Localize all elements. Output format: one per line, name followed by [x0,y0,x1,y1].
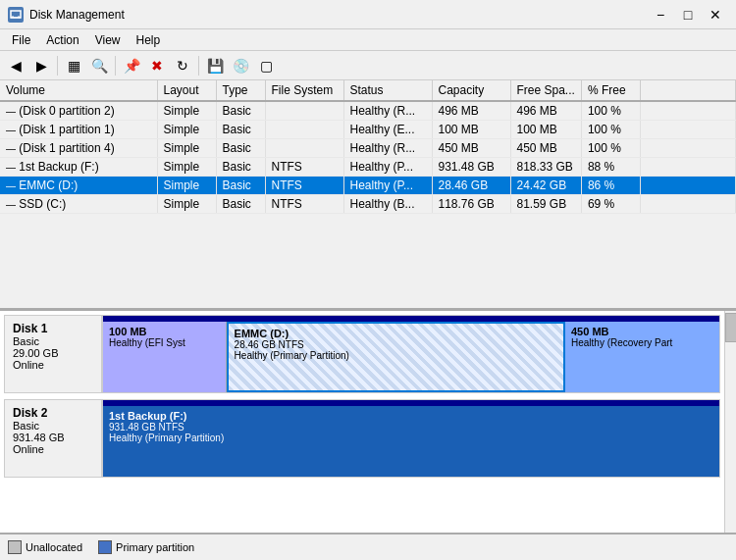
cell-fs: NTFS [265,195,343,214]
partition-info: Healthy (Primary Partition) [109,433,713,443]
cell-type: Basic [216,121,265,139]
partition-info: Healthy (Recovery Part [571,337,713,348]
cell-fs [265,121,343,139]
partition-size: 931.48 GB NTFS [109,422,713,433]
disk-row: Disk 2 Basic 931.48 GB Online 1st Backup… [4,399,720,478]
table-row[interactable]: — EMMC (D:) Simple Basic NTFS Healthy (P… [0,177,736,195]
back-button[interactable]: ◀ [4,54,27,77]
cell-pct: 100 % [581,121,640,139]
disk-partition[interactable]: EMMC (D:)28.46 GB NTFSHealthy (Primary P… [227,322,565,392]
cell-layout: Simple [157,139,216,158]
connect-button[interactable]: 📌 [120,54,143,77]
col-layout[interactable]: Layout [157,80,216,101]
partition-name: 450 MB [571,326,713,337]
table-row[interactable]: — SSD (C:) Simple Basic NTFS Healthy (B.… [0,195,736,214]
disk-type: Basic [13,335,93,347]
settings-button[interactable]: ▢ [254,54,278,77]
cell-status: Healthy (E... [343,121,432,139]
cell-layout: Simple [157,121,216,139]
partition-info: Healthy (Primary Partition) [235,350,557,361]
cell-pct: 86 % [581,177,640,195]
partition-size: 28.46 GB NTFS [235,339,557,350]
delete-button[interactable]: ✖ [145,54,169,77]
window-title: Disk Management [29,8,125,22]
cell-free: 496 MB [510,101,581,121]
cell-capacity: 100 MB [432,121,510,139]
cell-free: 100 MB [510,121,581,139]
toolbar: ◀ ▶ ▦ 🔍 📌 ✖ ↻ 💾 💿 ▢ [0,51,736,80]
col-type[interactable]: Type [216,80,265,101]
table-row[interactable]: — (Disk 0 partition 2) Simple Basic Heal… [0,101,736,121]
col-volume[interactable]: Volume [0,80,157,101]
primary-label: Primary partition [116,541,194,553]
menu-file[interactable]: File [4,31,38,49]
disk-visual-outer: Disk 1 Basic 29.00 GB Online 100 MBHealt… [0,311,736,533]
col-fs[interactable]: File System [265,80,343,101]
partition-name: EMMC (D:) [235,328,557,339]
disk-parts-row: 1st Backup (F:)931.48 GB NTFSHealthy (Pr… [103,406,719,477]
properties-button[interactable]: 🔍 [87,54,111,77]
cell-volume: — (Disk 1 partition 4) [0,139,157,158]
col-free[interactable]: Free Spa... [510,80,581,101]
cell-free: 24.42 GB [510,177,581,195]
maximize-button[interactable]: □ [675,5,701,25]
view-button[interactable]: ▦ [62,54,85,77]
disk-partition[interactable]: 100 MBHealthy (EFI Syst [103,322,227,392]
cell-status: Healthy (R... [343,139,432,158]
table-row[interactable]: — (Disk 1 partition 1) Simple Basic Heal… [0,121,736,139]
disk-name: Disk 2 [13,406,93,420]
cell-free: 81.59 GB [510,195,581,214]
menu-bar: File Action View Help [0,29,736,51]
volume-table: Volume Layout Type File System Status Ca… [0,80,736,214]
table-row[interactable]: — (Disk 1 partition 4) Simple Basic Heal… [0,139,736,158]
primary-swatch [98,540,112,554]
cell-extra [640,158,735,177]
cell-volume: — EMMC (D:) [0,177,157,195]
cell-pct: 88 % [581,158,640,177]
cell-status: Healthy (R... [343,101,432,121]
refresh-button[interactable]: ↻ [171,54,194,77]
cell-volume: — (Disk 0 partition 2) [0,101,157,121]
cell-layout: Simple [157,101,216,121]
import-button[interactable]: 💿 [229,54,252,77]
cell-extra [640,195,735,214]
main-area: Volume Layout Type File System Status Ca… [0,80,736,560]
cell-type: Basic [216,195,265,214]
vertical-scrollbar[interactable] [724,311,736,533]
disk-label: Disk 2 Basic 931.48 GB Online [4,399,102,478]
col-status[interactable]: Status [343,80,432,101]
cell-capacity: 118.76 GB [432,195,510,214]
disk-partition[interactable]: 1st Backup (F:)931.48 GB NTFSHealthy (Pr… [103,406,719,477]
disk-label: Disk 1 Basic 29.00 GB Online [4,315,102,393]
cell-status: Healthy (P... [343,158,432,177]
title-bar: Disk Management − □ ✕ [0,0,736,29]
disk-partitions: 1st Backup (F:)931.48 GB NTFSHealthy (Pr… [102,399,720,478]
minimize-button[interactable]: − [648,5,673,25]
disk-visual-section: Disk 1 Basic 29.00 GB Online 100 MBHealt… [0,311,724,533]
export-button[interactable]: 💾 [203,54,227,77]
cell-capacity: 450 MB [432,139,510,158]
cell-fs [265,139,343,158]
cell-extra [640,121,735,139]
col-pct[interactable]: % Free [581,80,640,101]
disk-type: Basic [13,420,93,432]
disk-status: Online [13,359,93,371]
close-button[interactable]: ✕ [703,5,728,25]
disk-size: 931.48 GB [13,432,93,443]
menu-view[interactable]: View [87,31,129,49]
volume-table-section: Volume Layout Type File System Status Ca… [0,80,736,311]
menu-action[interactable]: Action [38,31,86,49]
cell-type: Basic [216,139,265,158]
window-controls: − □ ✕ [648,5,728,25]
col-capacity[interactable]: Capacity [432,80,510,101]
disk-partitions: 100 MBHealthy (EFI SystEMMC (D:)28.46 GB… [102,315,720,393]
forward-button[interactable]: ▶ [29,54,53,77]
cell-extra [640,139,735,158]
cell-extra [640,101,735,121]
disk-partition[interactable]: 450 MBHealthy (Recovery Part [565,322,719,392]
cell-volume: — 1st Backup (F:) [0,158,157,177]
table-row[interactable]: — 1st Backup (F:) Simple Basic NTFS Heal… [0,158,736,177]
cell-type: Basic [216,158,265,177]
legend-bar: Unallocated Primary partition [0,533,736,560]
menu-help[interactable]: Help [129,31,169,49]
